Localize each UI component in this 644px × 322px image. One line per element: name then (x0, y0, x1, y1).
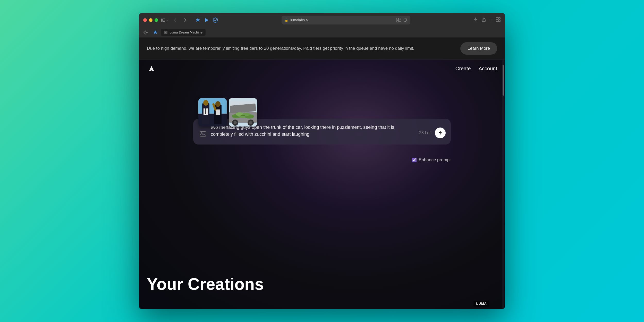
account-nav-link[interactable]: Account (479, 66, 497, 72)
new-tab-button[interactable]: + (489, 17, 493, 23)
extension-area (194, 16, 219, 24)
bookmark-ext-icon[interactable] (151, 29, 159, 36)
extension-icon-2[interactable] (203, 16, 210, 24)
maximize-button[interactable] (155, 18, 158, 22)
svg-rect-7 (399, 18, 401, 20)
notification-banner: Due to high demand, we are temporarily l… (139, 38, 505, 60)
close-button[interactable] (143, 18, 147, 22)
enhance-row: Enhance prompt (412, 157, 451, 163)
tab-overview-button[interactable] (496, 17, 501, 23)
address-bar-container: 🔒 lumalabs.ai (222, 16, 470, 24)
share-button[interactable] (481, 17, 486, 23)
creations-section: Your Creations (147, 275, 497, 299)
svg-rect-10 (498, 18, 500, 19)
notification-text: Due to high demand, we are temporarily l… (147, 45, 414, 52)
submit-button[interactable] (435, 128, 446, 138)
reload-icon[interactable] (403, 18, 407, 22)
svg-point-32 (242, 113, 250, 116)
extension-icon-3[interactable] (212, 16, 219, 24)
download-button[interactable] (473, 17, 478, 23)
browser-titlebar: 🔒 lumalabs.ai (139, 13, 505, 27)
thumbnail-2[interactable] (229, 98, 257, 126)
enhance-checkbox[interactable] (412, 158, 417, 162)
svg-point-17 (203, 100, 208, 106)
address-bar[interactable]: 🔒 lumalabs.ai (282, 16, 410, 24)
luma-logo[interactable] (147, 64, 156, 73)
svg-point-38 (249, 121, 252, 124)
chars-left: 28 Left (419, 131, 432, 135)
prompt-right: 28 Left (419, 128, 446, 138)
input-area: two menacing guys open the trunk of the … (193, 98, 451, 145)
traffic-lights (143, 18, 158, 22)
svg-rect-9 (496, 18, 498, 19)
nav-right: Create Account (455, 66, 497, 72)
scrollbar[interactable] (502, 60, 504, 309)
back-button[interactable] (172, 16, 179, 24)
active-tab[interactable]: L Luma Dream Machine (161, 29, 206, 36)
luma-watermark: LUMA (473, 301, 489, 307)
svg-rect-39 (200, 132, 206, 136)
svg-rect-0 (161, 19, 163, 22)
svg-point-13 (145, 32, 147, 33)
image-attach-icon[interactable] (198, 129, 208, 138)
settings-ext-icon[interactable] (142, 29, 149, 36)
svg-point-21 (215, 101, 221, 107)
creations-title: Your Creations (147, 275, 497, 294)
url-text: lumalabs.ai (290, 18, 309, 22)
forward-button[interactable] (182, 16, 189, 24)
svg-rect-1 (163, 19, 165, 19)
image-thumbnails (198, 98, 451, 126)
tab-title: Luma Dream Machine (170, 30, 202, 34)
learn-more-button[interactable]: Learn More (460, 42, 497, 55)
svg-rect-6 (397, 18, 399, 20)
thumbnail-2-image (229, 98, 257, 126)
thumbnail-1[interactable] (198, 98, 227, 126)
thumbnail-1-image (198, 98, 227, 126)
browser-right-controls: + (473, 17, 501, 23)
svg-rect-12 (498, 20, 500, 22)
svg-rect-2 (163, 20, 165, 20)
nav-bar: Create Account (139, 60, 505, 78)
enhance-label: Enhance prompt (419, 157, 451, 163)
main-area: Create Account (139, 60, 505, 309)
svg-point-36 (234, 121, 237, 124)
page-content: Due to high demand, we are temporarily l… (139, 38, 505, 309)
translate-icon[interactable] (396, 18, 401, 22)
svg-rect-11 (496, 20, 498, 22)
browser-chrome: 🔒 lumalabs.ai (139, 13, 505, 38)
tab-favicon: L (164, 31, 167, 34)
browser-window: 🔒 lumalabs.ai (139, 13, 505, 309)
browser-tabbar: L Luma Dream Machine (139, 27, 505, 38)
sidebar-toggle-button[interactable] (161, 16, 168, 24)
create-nav-link[interactable]: Create (455, 66, 471, 72)
lock-icon: 🔒 (285, 19, 288, 22)
minimize-button[interactable] (149, 18, 152, 22)
extension-icon-1[interactable] (194, 16, 201, 24)
svg-rect-3 (163, 21, 165, 22)
svg-rect-19 (205, 108, 206, 114)
svg-rect-8 (397, 20, 399, 22)
